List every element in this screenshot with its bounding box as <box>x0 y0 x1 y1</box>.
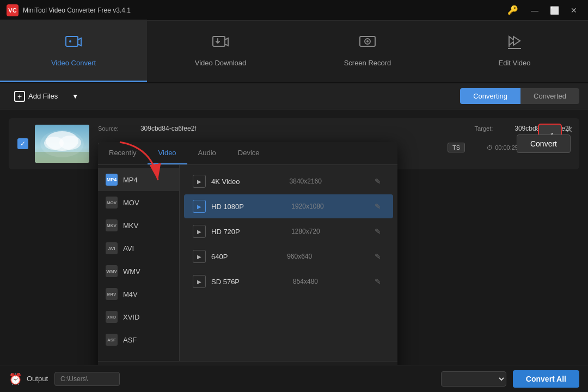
preset-4k-icon: ▶ <box>193 175 206 188</box>
preset-hd720[interactable]: ▶ HD 720P 1280x720 ✎ <box>184 219 393 243</box>
preset-hd1080-edit[interactable]: ✎ <box>371 201 384 212</box>
wmv-icon: WMV <box>106 265 118 277</box>
video-download-icon <box>212 33 229 54</box>
nav-tab-video-convert[interactable]: Video Convert <box>0 20 147 82</box>
preset-hd1080-res: 1920x1080 <box>291 203 323 210</box>
format-item-xvid[interactable]: XVID XVID <box>98 305 179 328</box>
mov-icon: MOV <box>106 197 118 209</box>
panel-content: MP4 MP4 MOV MOV MKV MKV AVI AVI WMV WM <box>98 165 397 361</box>
preset-640p-edit[interactable]: ✎ <box>371 251 384 262</box>
panel-bottom: 🔍 + Create Custom <box>98 361 397 365</box>
format-item-wmv[interactable]: WMV WMV <box>98 260 179 283</box>
preset-4k-edit[interactable]: ✎ <box>371 176 384 187</box>
key-icon: 🔑 <box>507 5 518 15</box>
clock-output-icon: ⏰ <box>9 372 22 385</box>
file-close-button[interactable]: ✕ <box>564 122 575 137</box>
titlebar: VC MiniTool Video Converter Free v3.4.1 … <box>0 0 588 21</box>
converting-tab[interactable]: Converting <box>460 88 520 104</box>
preset-hd720-res: 1280x720 <box>291 228 320 235</box>
preset-sd576[interactable]: ▶ SD 576P 854x480 ✎ <box>184 270 393 293</box>
nav-tab-screen-record[interactable]: Screen Record <box>294 20 441 82</box>
nav-tab-video-download[interactable]: Video Download <box>147 20 294 82</box>
format-item-asf[interactable]: ASF ASF <box>98 328 179 351</box>
statusbar: ⏰ Output C:\Users\ Convert All <box>0 365 588 392</box>
output-path: C:\Users\ <box>54 372 120 386</box>
target-format: TS <box>448 143 465 152</box>
folder-select[interactable] <box>441 371 506 387</box>
target-duration: ⏱ 00:00:25 <box>487 144 518 151</box>
screen-record-icon <box>359 33 376 54</box>
nav-tab-edit-video[interactable]: Edit Video <box>441 20 588 82</box>
clock-icon-2: ⏱ <box>487 144 493 151</box>
preset-hd720-name: HD 720P <box>211 228 240 236</box>
file-checkbox[interactable]: ✓ <box>17 138 28 149</box>
nav-label-screen-record: Screen Record <box>344 59 391 67</box>
format-presets: ▶ 4K Video 3840x2160 ✎ ▶ HD 1080P 1920x1… <box>180 165 397 361</box>
close-button[interactable]: ✕ <box>566 3 581 18</box>
convert-button[interactable]: Convert <box>517 134 571 153</box>
format-label-mov: MOV <box>123 199 139 207</box>
main-content: ✓ Source: 309cbd8 <box>0 109 588 365</box>
preset-hd720-edit[interactable]: ✎ <box>371 226 384 237</box>
output-button[interactable]: ⏰ Output <box>9 372 48 385</box>
avi-icon: AVI <box>106 242 118 254</box>
format-item-mov[interactable]: MOV MOV <box>98 191 179 214</box>
panel-tab-recently[interactable]: Recently <box>98 142 148 164</box>
mp4-icon: MP4 <box>106 174 118 186</box>
add-icon: + <box>14 91 25 102</box>
add-files-dropdown[interactable]: ▼ <box>68 89 83 103</box>
format-item-mkv[interactable]: MKV MKV <box>98 214 179 237</box>
format-item-avi[interactable]: AVI AVI <box>98 237 179 260</box>
target-label: Target: <box>475 125 493 132</box>
toolbar: + Add Files ▼ Converting Converted <box>0 83 588 109</box>
mkv-icon: MKV <box>106 219 118 231</box>
converted-tab[interactable]: Converted <box>520 88 579 104</box>
preset-640p-icon: ▶ <box>193 250 206 263</box>
preset-sd576-edit[interactable]: ✎ <box>371 276 384 287</box>
preset-sd576-name: SD 576P <box>211 278 240 286</box>
convert-all-button[interactable]: Convert All <box>513 370 579 388</box>
panel-tabs: Recently Video Audio Device <box>98 142 397 165</box>
format-label-avi: AVI <box>123 244 134 253</box>
format-label-wmv: WMV <box>123 267 140 275</box>
main-nav: Video Convert Video Download Screen Reco… <box>0 21 588 83</box>
add-files-button[interactable]: + Add Files <box>9 88 63 105</box>
m4v-icon: M4V <box>106 288 118 300</box>
svg-rect-0 <box>66 36 78 46</box>
preset-hd1080-name: HD 1080P <box>211 203 244 211</box>
format-label-mp4: MP4 <box>123 176 138 184</box>
nav-label-edit-video: Edit Video <box>498 59 530 67</box>
format-label-asf: ASF <box>123 336 137 344</box>
preset-640p[interactable]: ▶ 640P 960x640 ✎ <box>184 244 393 268</box>
minimize-button[interactable]: — <box>527 3 542 18</box>
asf-icon: ASF <box>106 334 118 346</box>
preset-sd576-res: 854x480 <box>293 278 318 285</box>
preset-hd1080[interactable]: ▶ HD 1080P 1920x1080 ✎ <box>184 194 393 218</box>
preset-640p-res: 960x640 <box>287 253 312 260</box>
format-sidebar: MP4 MP4 MOV MOV MKV MKV AVI AVI WMV WM <box>98 165 180 361</box>
preset-4k[interactable]: ▶ 4K Video 3840x2160 ✎ <box>184 169 393 193</box>
svg-rect-11 <box>35 152 89 163</box>
source-label: Source: <box>98 125 119 132</box>
preset-4k-res: 3840x2160 <box>290 177 322 185</box>
format-label-mkv: MKV <box>123 222 138 230</box>
preset-640p-name: 640P <box>211 253 228 261</box>
maximize-button[interactable]: ⬜ <box>547 3 562 18</box>
app-title: MiniTool Video Converter Free v3.4.1 <box>23 7 507 14</box>
add-files-label: Add Files <box>28 92 58 100</box>
panel-tab-audio[interactable]: Audio <box>187 142 227 164</box>
panel-tab-video[interactable]: Video <box>148 142 187 164</box>
file-thumbnail <box>35 125 89 163</box>
format-item-m4v[interactable]: M4V M4V <box>98 283 179 305</box>
tab-switcher: Converting Converted <box>460 88 579 104</box>
xvid-icon: XVID <box>106 311 118 323</box>
format-item-mp4[interactable]: MP4 MP4 <box>98 168 179 191</box>
svg-point-5 <box>366 40 369 42</box>
svg-point-10 <box>59 136 81 150</box>
svg-point-1 <box>69 40 71 42</box>
format-panel: Recently Video Audio Device MP4 MP4 MOV … <box>98 142 397 365</box>
window-controls: — ⬜ ✕ <box>527 3 581 18</box>
panel-tab-device[interactable]: Device <box>227 142 271 164</box>
svg-point-9 <box>44 137 64 150</box>
preset-hd1080-icon: ▶ <box>193 200 206 213</box>
